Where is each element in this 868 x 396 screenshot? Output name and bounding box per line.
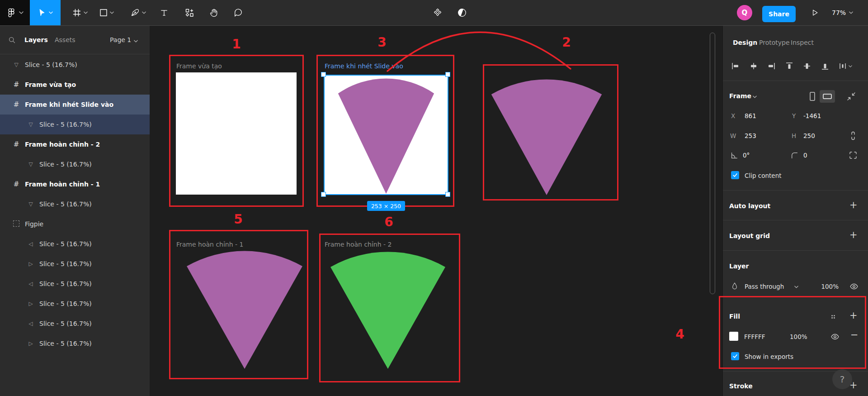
search-icon[interactable] <box>8 36 16 44</box>
pie-slice-green[interactable] <box>327 249 448 369</box>
selection-handle-se[interactable] <box>445 192 450 197</box>
tab-prototype[interactable]: Prototype <box>759 39 790 46</box>
avatar[interactable]: Q <box>737 5 752 20</box>
landscape-orientation-icon <box>822 93 832 100</box>
theme-toggle-button[interactable] <box>452 0 472 25</box>
resize-to-fit-icon[interactable] <box>847 92 856 101</box>
fill-opacity-input[interactable]: 100% <box>790 333 807 340</box>
fill-hex-input[interactable]: FFFFFF <box>744 333 765 340</box>
selection-handle-sw[interactable] <box>321 192 326 197</box>
portrait-orientation-icon[interactable] <box>809 91 816 101</box>
tab-layers[interactable]: Layers <box>24 36 48 43</box>
text-tool-button[interactable] <box>156 0 173 25</box>
layer-row-slice[interactable]: ▽ Slice - 5 (16.7%) <box>0 55 150 75</box>
layer-row-slice[interactable]: ◁ Slice - 5 (16.7%) <box>0 314 150 334</box>
remove-fill-button[interactable]: − <box>850 331 859 339</box>
frame-hash-icon: # <box>12 180 21 188</box>
layer-row-figpie[interactable]: Figpie <box>0 214 150 234</box>
styles-dots-icon[interactable] <box>830 313 837 320</box>
share-button[interactable]: Share <box>762 6 796 22</box>
layer-row-frame[interactable]: # Frame vừa tạo <box>0 75 150 95</box>
tab-design[interactable]: Design <box>733 39 757 46</box>
independent-corners-icon[interactable] <box>849 151 858 160</box>
add-fill-button[interactable]: + <box>849 312 858 319</box>
fill-color-swatch[interactable] <box>729 332 738 341</box>
tab-inspect[interactable]: Inspect <box>791 39 814 46</box>
frame5-title[interactable]: Frame hoàn chỉnh - 1 <box>176 241 243 248</box>
layer-row-frame-selected[interactable]: # Frame khi nhét Slide vào <box>0 95 150 115</box>
chevron-down-icon <box>19 11 24 14</box>
chevron-down-icon <box>134 40 138 43</box>
frame6-title[interactable]: Frame hoàn chỉnh - 2 <box>325 241 392 248</box>
slice-triangle-left-icon: ◁ <box>26 241 35 247</box>
layer-row-slice[interactable]: ◁ Slice - 5 (16.7%) <box>0 274 150 294</box>
layer-row-frame[interactable]: # Frame hoàn chỉnh - 2 <box>0 134 150 154</box>
layers-list: ▽ Slice - 5 (16.7%) # Frame vừa tạo # Fr… <box>0 55 150 353</box>
shape-tool-button[interactable] <box>94 0 120 25</box>
add-layout-grid-button[interactable]: + <box>849 231 858 239</box>
move-tool-button[interactable] <box>30 0 61 25</box>
comment-tool-button[interactable] <box>229 0 248 25</box>
layer-row-slice[interactable]: ▽ Slice - 5 (16.7%) <box>0 154 150 174</box>
h-input[interactable]: 250 <box>803 132 815 139</box>
fill-section-title: Fill <box>729 313 740 320</box>
canvas-scrollbar[interactable] <box>710 33 715 294</box>
layer-row-slice-selected[interactable]: ▽ Slice - 5 (16.7%) <box>0 115 150 134</box>
slice-triangle-down-icon: ▽ <box>26 121 35 128</box>
pie-slice-purple[interactable] <box>335 76 437 194</box>
pen-tool-button[interactable] <box>125 0 151 25</box>
chevron-down-icon <box>849 65 852 67</box>
corner-radius-input[interactable]: 0 <box>803 152 807 159</box>
eye-icon[interactable] <box>849 282 859 291</box>
resources-tool-button[interactable] <box>180 0 199 25</box>
present-button[interactable] <box>806 0 824 25</box>
add-auto-layout-button[interactable]: + <box>849 201 858 209</box>
align-bottom-icon[interactable] <box>821 62 830 71</box>
selection-handle-ne[interactable] <box>445 72 450 77</box>
constrain-proportions-icon[interactable] <box>849 130 858 141</box>
layer-row-slice[interactable]: ▽ Slice - 5 (16.7%) <box>0 194 150 214</box>
layer-row-slice[interactable]: ◁ Slice - 5 (16.7%) <box>0 234 150 254</box>
zoom-level-control[interactable]: 77% <box>832 0 853 25</box>
layer-opacity-input[interactable]: 100% <box>816 283 839 290</box>
blend-mode-dropdown[interactable]: Pass through <box>745 283 784 290</box>
eye-icon[interactable] <box>830 332 840 341</box>
align-left-icon[interactable] <box>731 62 740 71</box>
landscape-orientation-button[interactable] <box>820 90 835 103</box>
main-menu-button[interactable] <box>0 0 30 25</box>
pie-slice-purple[interactable] <box>488 77 605 195</box>
comment-bubble-icon <box>234 8 243 17</box>
variants-tool-button[interactable] <box>428 0 448 25</box>
frame1-body[interactable] <box>176 72 297 195</box>
align-top-icon[interactable] <box>785 62 794 71</box>
distribute-menu-button[interactable] <box>838 62 852 71</box>
rotation-input[interactable]: 0° <box>743 152 750 159</box>
y-input[interactable]: -1461 <box>803 112 821 119</box>
selection-handle-nw[interactable] <box>321 72 326 77</box>
frame-section-title[interactable]: Frame <box>729 92 751 100</box>
clip-content-label: Clip content <box>745 172 781 179</box>
frame1-title[interactable]: Frame vừa tạo <box>176 62 222 70</box>
pie-slice-purple[interactable] <box>184 248 306 369</box>
clip-content-checkbox[interactable] <box>731 171 739 179</box>
w-input[interactable]: 253 <box>745 132 756 139</box>
slice-triangle-left-icon: ◁ <box>26 281 35 287</box>
layer-row-slice[interactable]: ▷ Slice - 5 (16.7%) <box>0 254 150 274</box>
chevron-down-icon <box>849 11 853 14</box>
frame-tool-button[interactable] <box>67 0 93 25</box>
slice-triangle-down-icon: ▽ <box>26 161 35 167</box>
layer-row-frame[interactable]: # Frame hoàn chỉnh - 1 <box>0 174 150 194</box>
hand-tool-button[interactable] <box>204 0 223 25</box>
frame3-title[interactable]: Frame khi nhét Slide vào <box>325 62 403 70</box>
layer-row-slice[interactable]: ▷ Slice - 5 (16.7%) <box>0 334 150 353</box>
align-horizontal-center-icon[interactable] <box>749 62 758 71</box>
tab-assets[interactable]: Assets <box>55 36 75 43</box>
help-button[interactable]: ? <box>832 369 852 389</box>
align-right-icon[interactable] <box>767 62 776 71</box>
x-input[interactable]: 861 <box>745 112 756 119</box>
page-selector[interactable]: Page 1 <box>110 36 131 43</box>
y-label: Y <box>792 112 796 119</box>
layer-row-slice[interactable]: ▷ Slice - 5 (16.7%) <box>0 294 150 314</box>
show-in-exports-checkbox[interactable] <box>731 352 739 360</box>
align-vertical-center-icon[interactable] <box>802 62 811 71</box>
